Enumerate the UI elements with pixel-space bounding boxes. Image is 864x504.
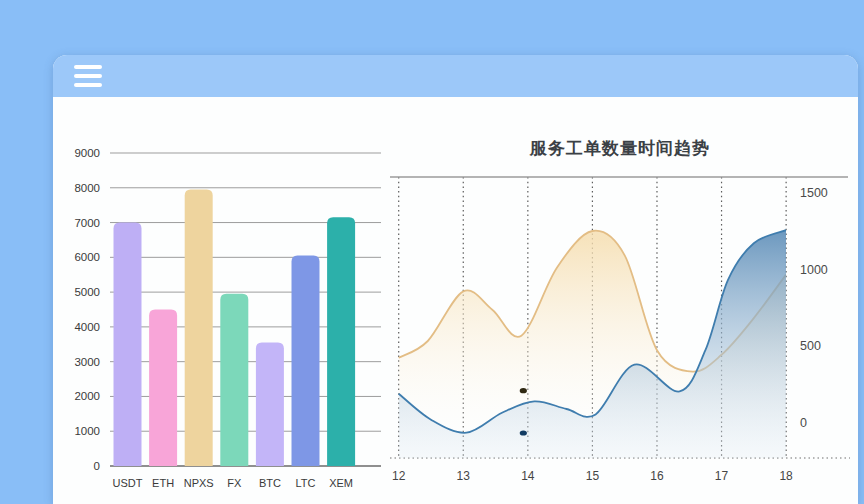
hamburger-bar (74, 83, 102, 87)
y-axis-label: 9000 (74, 147, 100, 159)
x-axis-label: 17 (715, 469, 729, 483)
y-axis-label: 1000 (800, 263, 828, 277)
data-point-marker (520, 388, 527, 393)
x-category-label: USDT (113, 477, 143, 489)
y-axis-label: 6000 (74, 251, 100, 263)
line-chart-title: 服务工单数量时间趋势 (390, 137, 850, 160)
y-axis-label: 7000 (74, 217, 100, 229)
x-axis-label: 15 (586, 469, 600, 483)
y-axis-label: 0 (94, 460, 100, 472)
x-axis-label: 18 (779, 469, 793, 483)
y-axis-label: 3000 (74, 356, 100, 368)
x-axis-label: 12 (392, 469, 406, 483)
x-category-label: XEM (329, 477, 353, 489)
dashboard-card: 服务工单数量时间趋势 01000200030004000500060007000… (53, 55, 858, 504)
bar-eth (149, 310, 177, 467)
bar-xem (327, 217, 355, 466)
y-axis-label: 8000 (74, 182, 100, 194)
x-category-label: ETH (152, 477, 174, 489)
page-background: { "header": { "menu_icon": "hamburger-me… (0, 0, 864, 504)
card-header (53, 55, 858, 97)
bar-btc (256, 343, 284, 466)
y-axis-label: 4000 (74, 321, 100, 333)
bar-fx (220, 294, 248, 466)
x-axis-label: 13 (457, 469, 471, 483)
y-axis-label: 2000 (74, 390, 100, 402)
bar-ltc (292, 256, 320, 466)
y-axis-label: 5000 (74, 286, 100, 298)
y-axis-label: 500 (800, 339, 821, 353)
line-area-chart: 12131415161718050010001500 (383, 165, 858, 495)
hamburger-menu-icon[interactable] (74, 65, 102, 87)
bar-chart: 0100020003000400050006000700080009000USD… (57, 140, 397, 504)
x-category-label: LTC (296, 477, 316, 489)
bar-npxs (185, 190, 213, 466)
card-body: 服务工单数量时间趋势 01000200030004000500060007000… (53, 97, 858, 504)
bar-usdt (114, 223, 142, 466)
x-category-label: FX (227, 477, 242, 489)
hamburger-bar (74, 74, 102, 78)
data-point-marker (520, 430, 527, 435)
y-axis-label: 1500 (800, 186, 828, 200)
hamburger-bar (74, 65, 102, 69)
x-axis-label: 16 (650, 469, 664, 483)
y-axis-label: 0 (800, 416, 807, 430)
x-category-label: NPXS (184, 477, 214, 489)
x-axis-label: 14 (521, 469, 535, 483)
y-axis-label: 1000 (74, 425, 100, 437)
x-category-label: BTC (259, 477, 281, 489)
